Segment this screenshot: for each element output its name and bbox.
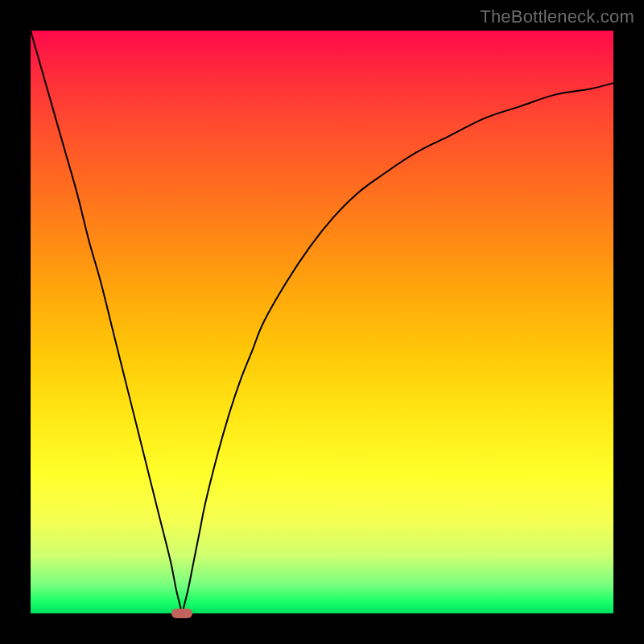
plot-area: [31, 31, 613, 613]
curve-svg: [31, 31, 613, 613]
minimum-marker: [171, 609, 192, 618]
watermark-text: TheBottleneck.com: [480, 6, 634, 27]
bottleneck-curve-path: [31, 31, 613, 613]
bottleneck-chart: TheBottleneck.com: [0, 0, 644, 644]
